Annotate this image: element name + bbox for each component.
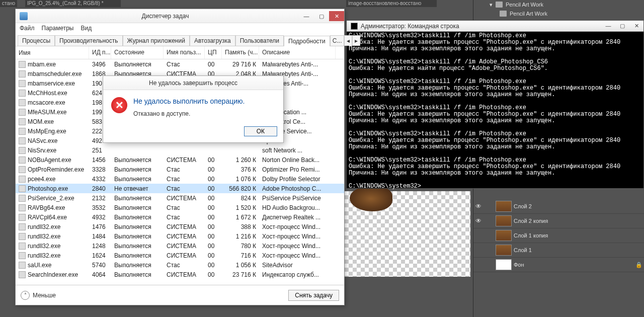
tree-label: Pencil Art Work bbox=[510, 11, 547, 17]
canvas[interactable] bbox=[345, 191, 470, 277]
layer-name: Слой 1 bbox=[514, 247, 634, 253]
menu-file[interactable]: Файл bbox=[20, 25, 35, 32]
table-row[interactable]: OptProReminder.exe3328ВыполняетсяСтас003… bbox=[16, 165, 344, 174]
console-output[interactable]: C:\WINDOWS\system32>taskkill /f /im Phot… bbox=[347, 32, 643, 191]
layer-thumbnail bbox=[496, 215, 512, 226]
process-icon bbox=[19, 195, 26, 202]
end-task-button[interactable]: Снять задачу bbox=[288, 290, 339, 301]
tree-label: Pencil Art Work bbox=[506, 2, 543, 8]
lock-icon: 🔒 bbox=[634, 262, 644, 268]
process-icon bbox=[19, 128, 26, 135]
task-manager-window: Диспетчер задач — ▢ ✕ Файл Параметры Вид… bbox=[15, 9, 345, 305]
document-tab[interactable]: IPG_O_25.4%_(Слой 2, RGB/8) * bbox=[25, 0, 121, 7]
layer-thumbnail bbox=[496, 245, 512, 256]
document-tab[interactable]: image-восстановлено-восстано bbox=[346, 0, 437, 7]
process-icon bbox=[19, 147, 26, 154]
process-icon bbox=[19, 185, 26, 192]
table-row[interactable]: RAVBg64.exe3532ВыполняетсяСтас001 520 КH… bbox=[16, 203, 344, 212]
dialog-message: Отказано в доступе. bbox=[133, 110, 245, 117]
footer: ˄ Меньше Снять задачу bbox=[16, 285, 344, 305]
window-title: Администратор: Командная строка bbox=[361, 23, 459, 30]
tab-4[interactable]: Пользователи bbox=[235, 35, 284, 46]
taskmgr-icon bbox=[20, 12, 28, 20]
table-row[interactable]: mbam.exe3496ВыполняетсяСтас0029 716 КMal… bbox=[16, 59, 344, 69]
table-row[interactable]: NisSrv.exe251soft Network ... bbox=[16, 145, 344, 155]
menubar: Файл Параметры Вид bbox=[16, 23, 344, 33]
tabs: ПроцессыПроизводительностьЖурнал приложе… bbox=[16, 33, 344, 46]
process-icon bbox=[19, 252, 26, 259]
tree-item[interactable]: ▾Pencil Art Work bbox=[475, 0, 642, 9]
table-row[interactable]: rundll32.exe1484ВыполняетсяСИСТЕМА001 21… bbox=[16, 231, 344, 241]
col-pid[interactable]: ИД п... bbox=[89, 46, 111, 59]
close-button[interactable]: ✕ bbox=[329, 11, 344, 21]
table-row[interactable]: Photoshop.exe2840Не отвечаетСтас00566 82… bbox=[16, 184, 344, 193]
table-row[interactable]: saUI.exe5740ВыполняетсяСтас001 056 КSite… bbox=[16, 260, 344, 270]
fewer-details-button[interactable]: ˄ Меньше bbox=[21, 291, 56, 300]
col-mem[interactable]: Память (ч... bbox=[222, 46, 259, 59]
tab-3[interactable]: Автозагрузка bbox=[190, 35, 235, 46]
table-row[interactable]: pcee4.exe4332ВыполняетсяСтас001 076 КDol… bbox=[16, 174, 344, 184]
folder-icon bbox=[500, 11, 507, 17]
layer-name: Слой 2 копия bbox=[514, 218, 634, 224]
window-controls: — ▢ ✕ bbox=[601, 23, 643, 29]
menu-options[interactable]: Параметры bbox=[42, 25, 74, 32]
maximize-button[interactable]: ▢ bbox=[314, 11, 329, 21]
col-user[interactable]: Имя польз... bbox=[164, 46, 205, 59]
tab-0[interactable]: Процессы bbox=[18, 35, 55, 46]
col-state[interactable]: Состояние bbox=[111, 46, 164, 59]
table-header: Имя ИД п... Состояние Имя польз... ЦП Па… bbox=[16, 46, 344, 59]
tree-item[interactable]: Pencil Art Work bbox=[475, 9, 642, 18]
tab-nav-left[interactable]: ◂ bbox=[344, 35, 352, 46]
ok-button[interactable]: ОК bbox=[244, 126, 277, 136]
maximize-button[interactable]: ▢ bbox=[615, 23, 629, 29]
close-button[interactable]: ✕ bbox=[629, 23, 643, 29]
table-row[interactable]: rundll32.exe1248ВыполняетсяСИСТЕМА00780 … bbox=[16, 241, 344, 251]
table-row[interactable]: NOBuAgent.exe1456ВыполняетсяСИСТЕМА001 2… bbox=[16, 155, 344, 165]
tab-6[interactable]: С... bbox=[330, 35, 345, 46]
process-icon bbox=[19, 99, 26, 106]
col-desc[interactable]: Описание bbox=[259, 46, 336, 59]
layer-row[interactable]: Слой 1 bbox=[473, 243, 644, 258]
table-row[interactable]: rundll32.exe1476ВыполняетсяСИСТЕМА00388 … bbox=[16, 222, 344, 231]
table-row[interactable]: PsiService_2.exe2132ВыполняетсяСИСТЕМА00… bbox=[16, 193, 344, 203]
table-row[interactable]: rundll32.exe1624ВыполняетсяСИСТЕМА00716 … bbox=[16, 251, 344, 260]
layer-row[interactable]: 👁Слой 2 копия bbox=[473, 214, 644, 228]
error-icon: ✕ bbox=[111, 97, 127, 113]
process-icon bbox=[19, 223, 26, 230]
process-icon bbox=[19, 271, 26, 278]
layer-row[interactable]: 👁Слой 2 bbox=[473, 199, 644, 214]
visibility-toggle[interactable]: 👁 bbox=[473, 203, 484, 210]
process-icon bbox=[19, 90, 26, 97]
cmd-icon bbox=[351, 23, 358, 30]
process-icon bbox=[19, 233, 26, 240]
process-icon bbox=[19, 156, 26, 164]
process-icon bbox=[19, 80, 26, 87]
dialog-title[interactable]: Не удалось завершить процесс bbox=[103, 76, 283, 90]
minimize-button[interactable]: — bbox=[299, 11, 314, 21]
process-icon bbox=[19, 166, 26, 173]
tab-1[interactable]: Производительность bbox=[55, 35, 122, 46]
command-prompt-window: Администратор: Командная строка — ▢ ✕ C:… bbox=[346, 20, 644, 189]
table-row[interactable]: SearchIndexer.exe4064ВыполняетсяСИСТЕМА0… bbox=[16, 270, 344, 279]
visibility-toggle[interactable]: 👁 bbox=[473, 217, 484, 224]
tab-5[interactable]: Подробности bbox=[284, 36, 330, 46]
layer-thumbnail bbox=[496, 259, 512, 270]
layer-name: Слой 2 bbox=[514, 203, 634, 209]
tab-nav-right[interactable]: ▸ bbox=[352, 35, 360, 46]
window-titlebar[interactable]: Диспетчер задач — ▢ ✕ bbox=[16, 9, 344, 23]
folder-icon bbox=[496, 2, 503, 8]
window-titlebar[interactable]: Администратор: Командная строка — ▢ ✕ bbox=[347, 21, 643, 32]
layer-row[interactable]: Слой 1 копия bbox=[473, 228, 644, 243]
layer-row[interactable]: Фон🔒 bbox=[473, 258, 644, 272]
process-icon bbox=[19, 262, 26, 269]
col-cpu[interactable]: ЦП bbox=[205, 46, 222, 59]
chevron-up-icon: ˄ bbox=[21, 291, 30, 300]
table-row[interactable]: RAVCpl64.exe4932ВыполняетсяСтас001 672 К… bbox=[16, 212, 344, 222]
tab-2[interactable]: Журнал приложений bbox=[123, 35, 190, 46]
menu-view[interactable]: Вид bbox=[80, 25, 92, 32]
minimize-button[interactable]: — bbox=[601, 23, 615, 29]
document-tab[interactable]: стано bbox=[0, 0, 17, 7]
col-name[interactable]: Имя bbox=[16, 46, 89, 59]
layer-name: Фон bbox=[514, 262, 634, 268]
layer-name: Слой 1 копия bbox=[514, 232, 634, 239]
